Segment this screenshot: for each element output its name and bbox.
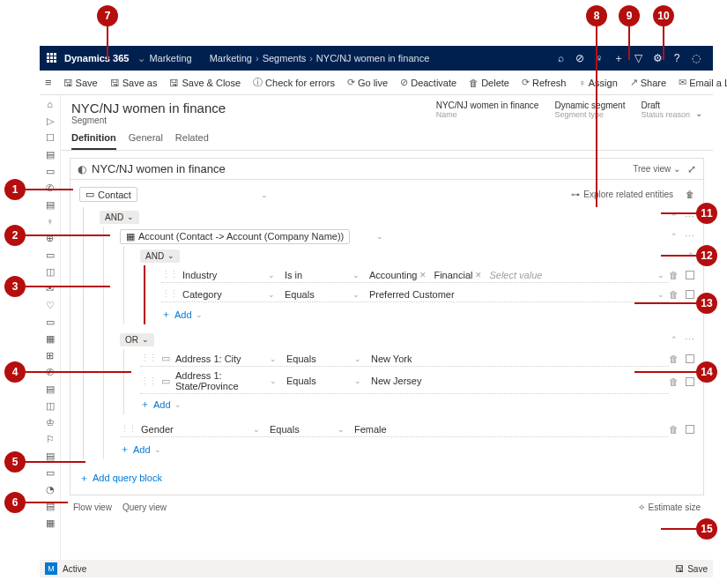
save-button[interactable]: 🖫Save <box>59 78 102 88</box>
remove-icon[interactable]: ✕ <box>419 271 427 279</box>
rail-icon[interactable]: ♡ <box>46 300 55 310</box>
field-category[interactable]: Category <box>182 289 222 300</box>
rail-icon[interactable]: ▤ <box>46 199 55 210</box>
rail-icon[interactable]: ♀ <box>46 216 53 227</box>
breadcrumb-3[interactable]: NYC/NJ women in finance <box>316 53 429 63</box>
grip-icon[interactable]: ⋮⋮ <box>161 288 177 300</box>
and-operator[interactable]: AND ⌄ <box>140 249 180 263</box>
rail-icon[interactable]: ⊞ <box>46 350 54 361</box>
rail-icon[interactable]: ◫ <box>46 266 55 277</box>
rail-icon[interactable]: ◫ <box>46 400 55 411</box>
search-icon[interactable]: ⌕ <box>551 52 570 64</box>
grip-icon[interactable]: ⋮⋮ <box>140 376 156 387</box>
fullscreen-icon[interactable]: ⤢ <box>687 163 696 175</box>
grip-icon[interactable]: ⋮⋮ <box>161 269 177 280</box>
treeview-toggle[interactable]: Tree view ⌄ <box>633 164 680 174</box>
rail-icon[interactable]: ▭ <box>46 467 55 478</box>
saveclose-button[interactable]: 🖫Save & Close <box>165 78 245 88</box>
op-equals[interactable]: Equals <box>286 354 316 364</box>
rail-icon[interactable]: ▤ <box>46 450 55 461</box>
saveas-button[interactable]: 🖫Save as <box>106 78 162 88</box>
help-icon[interactable]: ? <box>667 52 686 64</box>
rail-home-icon[interactable]: ⌂ <box>47 99 53 109</box>
grip-icon[interactable]: ⋮⋮ <box>120 423 136 435</box>
rail-icon[interactable]: ◔ <box>46 484 55 495</box>
header-expand[interactable]: ⌄ <box>690 108 702 118</box>
delete-icon[interactable]: 🗑 <box>669 354 679 364</box>
share-button[interactable]: ↗Share <box>626 77 671 88</box>
rail-icon[interactable]: ▤ <box>46 383 55 394</box>
refresh-button[interactable]: ⟳Refresh <box>517 77 571 88</box>
delete-icon[interactable]: 🗑 <box>669 289 679 300</box>
more-icon[interactable]: ⋯ <box>685 334 694 346</box>
delete-icon[interactable]: 🗑 <box>669 270 679 280</box>
rail-recent-icon[interactable]: ▷ <box>47 115 54 126</box>
op-isin[interactable]: Is in <box>285 270 302 280</box>
contact-entity[interactable]: ▭ Contact <box>79 187 137 202</box>
select-placeholder[interactable]: Select value <box>489 270 542 280</box>
rail-icon[interactable]: ♔ <box>46 417 55 428</box>
collapse-icon[interactable]: ⌃ <box>671 232 678 241</box>
add-clause[interactable]: ＋Add ⌄ <box>120 443 161 456</box>
or-operator[interactable]: OR ⌄ <box>120 333 154 346</box>
op-equals[interactable]: Equals <box>270 424 300 435</box>
rail-icon[interactable]: ▤ <box>46 149 55 160</box>
tab-general[interactable]: General <box>129 132 163 150</box>
rail-pinned-icon[interactable]: ☐ <box>46 132 55 143</box>
field-city[interactable]: Address 1: City <box>175 354 241 364</box>
estimate-size[interactable]: ✧Estimate size <box>638 502 701 512</box>
delete-icon[interactable]: 🗑 <box>669 376 679 387</box>
tab-related[interactable]: Related <box>175 132 209 150</box>
check-button[interactable]: ⓘCheck for errors <box>249 76 339 89</box>
checkbox[interactable] <box>686 290 694 299</box>
op-equals[interactable]: Equals <box>285 289 315 300</box>
checkbox[interactable] <box>686 425 694 434</box>
delete-icon[interactable]: 🗑 <box>686 190 694 199</box>
and-operator[interactable]: AND ⌄ <box>100 211 139 224</box>
rail-icon[interactable]: ▦ <box>46 333 55 344</box>
tab-definition[interactable]: Definition <box>71 132 116 150</box>
rail-icon[interactable]: ✉ <box>46 283 54 294</box>
breadcrumb-app[interactable]: Marketing <box>149 53 191 63</box>
filter-icon[interactable]: ▽ <box>628 52 648 64</box>
rail-icon[interactable]: ▭ <box>46 166 55 176</box>
delete-button[interactable]: 🗑Delete <box>464 78 514 88</box>
checkbox[interactable] <box>686 354 694 363</box>
account-icon[interactable]: ◌ <box>686 52 706 64</box>
field-gender[interactable]: Gender <box>141 424 174 435</box>
app-badge[interactable]: M <box>45 562 57 575</box>
flow-view-link[interactable]: Flow view <box>73 502 112 512</box>
checkbox[interactable] <box>686 377 694 386</box>
grip-icon[interactable]: ⋮⋮ <box>140 353 156 364</box>
breadcrumb-1[interactable]: Marketing <box>210 53 252 63</box>
add-icon[interactable]: ＋ <box>609 51 628 66</box>
add-clause[interactable]: ＋Add ⌄ <box>161 308 203 321</box>
golive-button[interactable]: ⟳Go live <box>343 77 392 88</box>
collapse-icon[interactable]: ⌃ <box>671 335 678 344</box>
footer-save[interactable]: Save <box>687 564 708 574</box>
query-view-link[interactable]: Query view <box>122 502 167 512</box>
rail-icon[interactable]: ▭ <box>46 316 55 327</box>
add-clause[interactable]: ＋Add ⌄ <box>140 398 182 411</box>
field-industry[interactable]: Industry <box>182 270 217 280</box>
deactivate-button[interactable]: ⊘Deactivate <box>396 77 461 88</box>
rail-icon[interactable]: ✆ <box>46 182 54 193</box>
emaillink-button[interactable]: ✉Email a Link <box>674 77 727 88</box>
field-state[interactable]: Address 1: State/Province <box>175 370 270 391</box>
remove-icon[interactable]: ✕ <box>475 271 482 279</box>
app-launcher-icon[interactable] <box>47 53 57 63</box>
chevron-down-icon[interactable]: ⌄ <box>137 53 145 64</box>
rail-icon[interactable]: ▭ <box>46 249 55 260</box>
op-equals[interactable]: Equals <box>286 376 316 386</box>
assign-button[interactable]: ♀Assign <box>575 78 622 88</box>
chevron-down-icon[interactable]: ⌄ <box>261 190 268 199</box>
chevron-down-icon[interactable]: ⌄ <box>376 232 383 241</box>
add-query-block[interactable]: ＋Add query block <box>79 472 162 485</box>
task-icon[interactable]: ⊘ <box>570 52 590 64</box>
checkbox[interactable] <box>686 271 694 279</box>
assistant-icon[interactable]: ♀ <box>590 52 609 64</box>
account-entity[interactable]: ▦ Account (Contact -> Account (Company N… <box>120 229 350 244</box>
delete-icon[interactable]: 🗑 <box>669 424 679 435</box>
rail-icon[interactable]: ▦ <box>46 517 55 528</box>
more-icon[interactable]: ⋯ <box>685 231 694 242</box>
